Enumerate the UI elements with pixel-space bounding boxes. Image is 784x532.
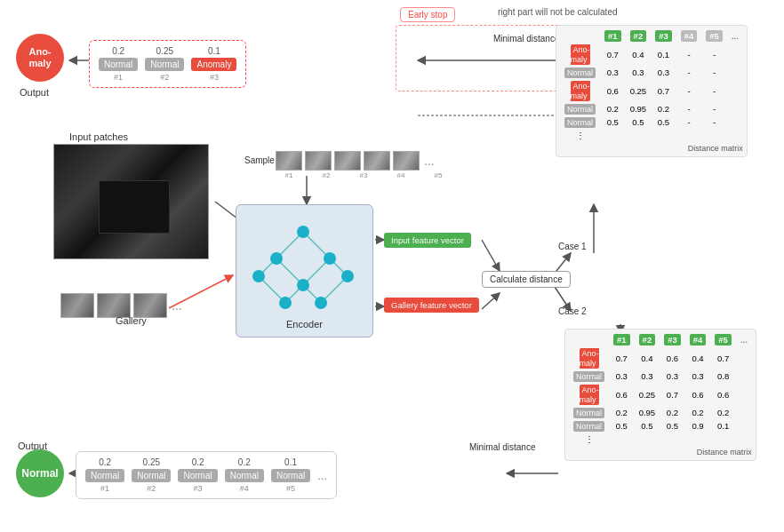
gallery-strip-1 [60,293,94,318]
bottom-patch-result-2: 0.25 Normal #2 [132,457,171,493]
col-hdr-b2: #2 [639,334,656,345]
col-header-5: #5 [706,30,723,42]
sample-patch-nums: #1 #2 #3 #4 #5 [276,171,452,179]
bottom-patch-num-1: #1 [100,484,109,493]
case2-label: Case 2 [558,306,587,316]
sample-num-4: #4 [388,171,414,179]
patch-label-3: Anomaly [191,58,236,71]
patch-num-3: #3 [210,73,219,82]
matrix-row-bot-4: Normal 0.20.950.20.20.2 [569,406,752,419]
matrix-row-top-2: Normal 0.30.30.3-- [560,66,743,79]
bottom-patch-val-4: 0.2 [238,457,251,467]
svg-point-34 [341,270,354,282]
input-patches-label: Input patches [69,131,128,142]
encoder-box: Encoder [236,204,373,337]
col-header-2: #2 [630,30,647,42]
bottom-patch-label-1: Normal [85,469,124,482]
not-calculated-label: right part will not be calculated [498,7,618,17]
bottom-patch-num-5: #5 [286,484,295,493]
case1-label: Case 1 [558,242,587,251]
matrix-row-bot-3: Ano-maly 0.60.250.70.60.6 [569,383,752,406]
patch-result-2: 0.25 Normal #2 [145,46,184,82]
matrix-row-top-5: Normal 0.50.50.5-- [560,115,743,129]
bottom-patch-label-4: Normal [225,469,264,482]
svg-point-31 [324,252,336,265]
patch-num-2: #2 [160,73,169,82]
sample-num-5: #5 [425,171,452,179]
matrix-row-bot-1: Ano-maly 0.70.40.60.40.7 [569,346,752,369]
bottom-patch-result-1: 0.2 Normal #1 [85,457,124,493]
sample-label: Sample [244,155,275,165]
col-hdr-b3: #3 [664,334,681,345]
early-stop-label: Early stop [400,7,455,22]
patch-label-1: Normal [99,58,138,71]
sample-patch-3 [334,151,361,171]
row-label-b-norm2: Normal [573,408,604,418]
row-label-ano2: Ano-maly [571,81,590,101]
sample-num-1: #1 [276,171,302,179]
calc-dist-box: Calculate distance [482,271,571,288]
patch-label-2: Normal [145,58,184,71]
col-header-3: #3 [655,30,672,42]
bottom-patch-label-2: Normal [132,469,171,482]
result-bar-top: 0.2 Normal #1 0.25 Normal #2 0.1 Anomaly… [89,40,246,88]
result-bar-bottom: 0.2 Normal #1 0.25 Normal #2 0.2 Normal … [76,451,337,499]
col-hdr-b4: #4 [690,334,707,345]
row-label-b-ano2: Ano-maly [580,385,599,405]
patch-val-1: 0.2 [112,46,124,56]
min-dist-label-bottom: Minimal distance [469,442,535,452]
dark-rect [99,180,170,234]
bottom-patch-num-3: #3 [194,484,203,493]
patch-result-1: 0.2 Normal #1 [99,46,138,82]
dist-matrix-top: #1 #2 #3 #4 #5 ... Ano-maly 0.70.40.1-- … [556,25,748,157]
input-image [53,144,209,259]
input-image-texture [54,145,208,258]
bottom-result-dots: ... [317,469,327,482]
matrix-row-top-3: Ano-maly 0.60.250.7-- [560,79,743,102]
svg-line-11 [482,293,500,309]
patch-val-2: 0.25 [156,46,173,56]
bottom-patch-val-3: 0.2 [192,457,204,467]
row-label-norm2: Normal [564,104,596,115]
matrix-row-bot-5: Normal 0.50.50.50.90.1 [569,419,752,433]
dist-matrix-top-label: Distance matrix [560,144,743,153]
bottom-patch-label-3: Normal [178,469,217,482]
col-header-1: #1 [604,30,621,42]
sample-patches: ... [276,151,435,171]
bottom-patch-result-4: 0.2 Normal #4 [225,457,264,493]
row-label-ano1: Ano-maly [571,44,590,65]
col-hdr-b5: #5 [715,334,732,345]
dist-matrix-bottom: #1 #2 #3 #4 #5 ... Ano-maly 0.70.40.60.4… [564,329,756,461]
svg-point-33 [252,270,265,282]
bottom-patch-result-3: 0.2 Normal #3 [178,457,217,493]
bottom-patch-result-5: 0.1 Normal #5 [271,457,310,493]
gallery-dots: ... [170,298,182,313]
matrix-row-top-dots: ⋮ [560,129,743,142]
patch-val-3: 0.1 [208,46,220,56]
dist-matrix-bottom-label: Distance matrix [569,448,752,457]
row-label-norm1: Normal [564,67,596,78]
bottom-patch-val-1: 0.2 [99,457,111,467]
row-label-b-ano1: Ano-maly [580,348,599,369]
col-hdr-b1: #1 [613,334,630,345]
gallery-strips: ... [60,293,182,318]
svg-point-32 [297,279,309,291]
sample-patch-5 [393,151,420,171]
matrix-table-top: #1 #2 #3 #4 #5 ... Ano-maly 0.70.40.1-- … [560,29,743,142]
sample-dots: ... [422,154,435,168]
svg-point-35 [279,297,292,309]
sample-patch-2 [305,151,332,171]
output-label-top: Output [20,87,49,98]
sample-num-2: #2 [313,171,340,179]
sample-patch-1 [276,151,302,171]
gallery-strip-2 [97,293,131,318]
bottom-patch-num-2: #2 [147,484,156,493]
svg-line-10 [482,240,500,271]
sample-patch-4 [364,151,390,171]
matrix-row-top-4: Normal 0.20.950.2-- [560,102,743,115]
patch-num-1: #1 [114,73,123,82]
bottom-patch-label-5: Normal [271,469,310,482]
patch-result-3: 0.1 Anomaly #3 [191,46,236,82]
col-header-4: #4 [681,30,698,42]
normal-circle: Normal [16,449,64,497]
